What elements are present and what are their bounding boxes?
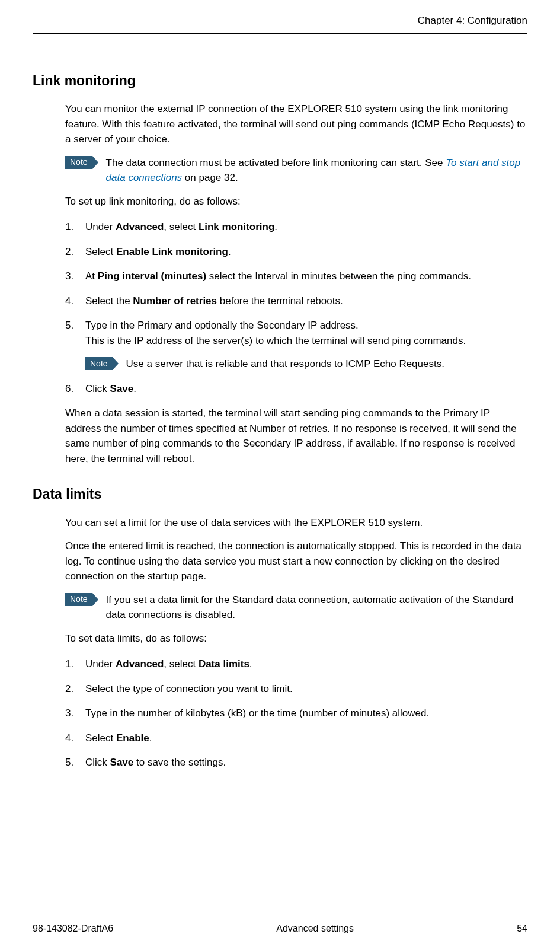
step-text: , select [164,221,199,232]
note-tag: Note [65,593,92,606]
data-limits-intro2: Once the entered limit is reached, the c… [65,538,527,584]
footer-page-number: 54 [517,922,527,936]
step-item: At Ping interval (minutes) select the In… [65,269,527,284]
step-bold: Link monitoring [199,221,274,232]
step-item: Click Save to save the settings. [65,755,527,770]
note-tag: Note [85,357,113,370]
section-title-data-limits: Data limits [33,484,527,505]
step-text: Click [85,757,110,768]
step-item: Select the Number of retries before the … [65,294,527,309]
note-tag: Note [65,156,92,169]
step-text: before the terminal reboots. [217,295,343,307]
step-item: Select the type of connection you want t… [65,681,527,697]
data-limits-setup-intro: To set data limits, do as follows: [65,631,527,646]
step-text: . [149,732,152,744]
step-text: Select the [85,295,133,307]
note-post: on page 32. [182,172,238,183]
page-footer: 98-143082-DraftA6 Advanced settings 54 [33,919,527,936]
step-text: . [274,221,277,232]
step-line1: Type in the Primary and optionally the S… [85,318,527,333]
step-text: Select [85,732,116,744]
step-bold: Data limits [199,658,249,670]
step-bold: Enable Link monitoring [116,246,228,257]
link-monitoring-steps: Under Advanced, select Link monitoring. … [65,219,527,396]
note-pre: The data connection must be activated be… [106,157,446,168]
step-text: Under [85,221,116,232]
step-text: Select [85,246,116,257]
step-bold: Advanced [116,658,164,670]
step-text: , select [164,658,199,670]
link-monitoring-outro: When a data session is started, the term… [65,406,527,466]
note-block: Note The data connection must be activat… [65,155,527,186]
step-item: Select Enable Link monitoring. [65,244,527,260]
step-bold: Ping interval (minutes) [98,270,206,282]
step-text: . [249,658,252,670]
step-item: Type in the Primary and optionally the S… [65,318,527,372]
step-bold: Advanced [116,221,164,232]
step-text: select the Interval in minutes between t… [206,270,471,282]
setup-intro: To set up link monitoring, do as follows… [65,194,527,209]
step-item: Select Enable. [65,731,527,746]
section-title-link-monitoring: Link monitoring [33,71,527,91]
step-item: Type in the number of kilobytes (kB) or … [65,706,527,721]
step-text: . [133,383,136,394]
step-text: Under [85,658,116,670]
note-block: Note If you set a data limit for the Sta… [65,592,527,623]
step-text: . [228,246,231,257]
step-item: Under Advanced, select Data limits. [65,656,527,672]
note-text: Use a server that is reliable and that r… [120,356,527,372]
step-bold: Enable [116,732,149,744]
step-line2: This is the IP address of the server(s) … [85,333,527,349]
step-item: Click Save. [65,381,527,397]
chapter-header: Chapter 4: Configuration [33,13,527,28]
note-text: If you set a data limit for the Standard… [100,592,527,623]
step-bold: Save [110,757,134,768]
link-monitoring-intro: You can monitor the external IP connecti… [65,101,527,147]
step-text: Click [85,383,110,394]
step-text: At [85,270,98,282]
step-bold: Number of retries [133,295,217,307]
note-text: The data connection must be activated be… [100,155,527,186]
footer-section: Advanced settings [276,922,354,936]
data-limits-steps: Under Advanced, select Data limits. Sele… [65,656,527,770]
note-block: Note Use a server that is reliable and t… [85,356,527,372]
step-bold: Save [110,383,134,394]
data-limits-intro1: You can set a limit for the use of data … [65,515,527,531]
step-text: to save the settings. [133,757,226,768]
footer-doc-id: 98-143082-DraftA6 [33,922,113,936]
step-item: Under Advanced, select Link monitoring. [65,219,527,235]
